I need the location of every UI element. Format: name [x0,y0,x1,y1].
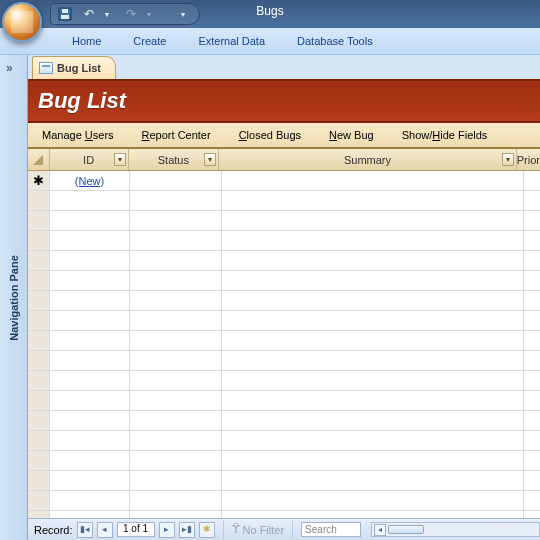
quick-access-toolbar: ↶ ▼ ↷ ▼ ▾ [50,3,200,25]
title-bar: ↶ ▼ ↷ ▼ ▾ Bugs [0,0,540,28]
save-icon[interactable] [57,6,73,22]
empty-row [28,311,540,331]
record-position-input[interactable]: 1 of 1 [117,522,155,537]
dropdown-icon[interactable]: ▾ [114,153,126,166]
ribbon: Home Create External Data Database Tools [0,28,540,55]
table-row-new[interactable]: ✱ (New) [28,171,540,191]
new-record-button[interactable]: ✱ [199,522,215,538]
doc-tab-bug-list[interactable]: Bug List [32,56,116,79]
empty-row [28,471,540,491]
row-selector-header[interactable] [28,149,50,170]
document-tabs: Bug List [28,55,540,79]
cell-id-new[interactable]: (New) [50,171,130,190]
next-record-button[interactable]: ▸ [159,522,175,538]
cell-status-new[interactable] [130,171,222,190]
form-icon [39,62,53,74]
svg-rect-1 [61,15,69,19]
new-record-link[interactable]: (New) [75,175,104,187]
search-input[interactable]: Search [301,522,361,537]
record-navigation-bar: Record: ▮◂ ◂ 1 of 1 ▸ ▸▮ ✱ ϔ No Filter S… [28,518,540,540]
grid-header-row: ID ▾ Status ▾ Summary ▾ Prior [28,149,540,171]
empty-row [28,351,540,371]
last-record-button[interactable]: ▸▮ [179,522,195,538]
office-button[interactable] [2,2,42,42]
dropdown-icon[interactable]: ▾ [204,153,216,166]
navigation-pane-label: Navigation Pane [8,255,20,341]
undo-dropdown-icon[interactable]: ▼ [99,6,115,22]
empty-row [28,411,540,431]
content-area: Bug List Bug List Manage Users Report Ce… [28,55,540,540]
empty-row [28,491,540,511]
navigation-pane-collapsed[interactable]: » Navigation Pane [0,55,28,540]
empty-row [28,391,540,411]
form-title: Bug List [38,88,126,114]
empty-row [28,291,540,311]
empty-row [28,331,540,351]
report-center-link[interactable]: Report Center [142,129,211,141]
show-hide-fields-link[interactable]: Show/Hide Fields [402,129,488,141]
doc-tab-label: Bug List [57,62,101,74]
col-header-summary[interactable]: Summary ▾ [219,149,517,170]
first-record-button[interactable]: ▮◂ [77,522,93,538]
empty-row [28,231,540,251]
undo-icon[interactable]: ↶ [81,6,97,22]
empty-row [28,431,540,451]
redo-icon[interactable]: ↷ [123,6,139,22]
cell-summary-new[interactable] [222,171,524,190]
ribbon-tab-database-tools[interactable]: Database Tools [281,30,389,52]
grid-body: ✱ (New) [28,171,540,540]
empty-row [28,191,540,211]
empty-row [28,271,540,291]
select-all-icon [33,155,43,165]
closed-bugs-link[interactable]: Closed Bugs [239,129,301,141]
new-bug-link[interactable]: New Bug [329,129,374,141]
horizontal-scrollbar[interactable]: ◂ [371,522,540,537]
cell-priority-new[interactable] [524,171,540,190]
row-selector[interactable]: ✱ [28,171,50,190]
scroll-left-icon[interactable]: ◂ [374,524,386,536]
col-header-priority[interactable]: Prior [517,149,540,170]
redo-dropdown-icon[interactable]: ▼ [141,6,157,22]
form-toolbar: Manage Users Report Center Closed Bugs N… [28,123,540,149]
office-logo-icon [11,11,33,33]
new-record-icon: ✱ [33,173,44,188]
filter-icon: ϔ [232,523,240,536]
qat-customize-icon[interactable]: ▾ [175,6,191,22]
manage-users-link[interactable]: Manage Users [42,129,114,141]
navpane-expand-icon[interactable]: » [6,61,13,75]
scroll-thumb[interactable] [388,525,424,534]
prev-record-button[interactable]: ◂ [97,522,113,538]
record-label: Record: [34,524,73,536]
form-header: Bug List [28,79,540,123]
window-title: Bugs [256,4,283,18]
dropdown-icon[interactable]: ▾ [502,153,514,166]
ribbon-tab-home[interactable]: Home [56,30,117,52]
ribbon-tab-create[interactable]: Create [117,30,182,52]
empty-row [28,451,540,471]
ribbon-tab-external-data[interactable]: External Data [182,30,281,52]
empty-row [28,211,540,231]
svg-rect-2 [62,9,68,13]
col-header-status[interactable]: Status ▾ [129,149,220,170]
empty-row [28,251,540,271]
empty-row [28,371,540,391]
col-header-id[interactable]: ID ▾ [50,149,129,170]
no-filter-indicator[interactable]: ϔ No Filter [232,523,285,536]
